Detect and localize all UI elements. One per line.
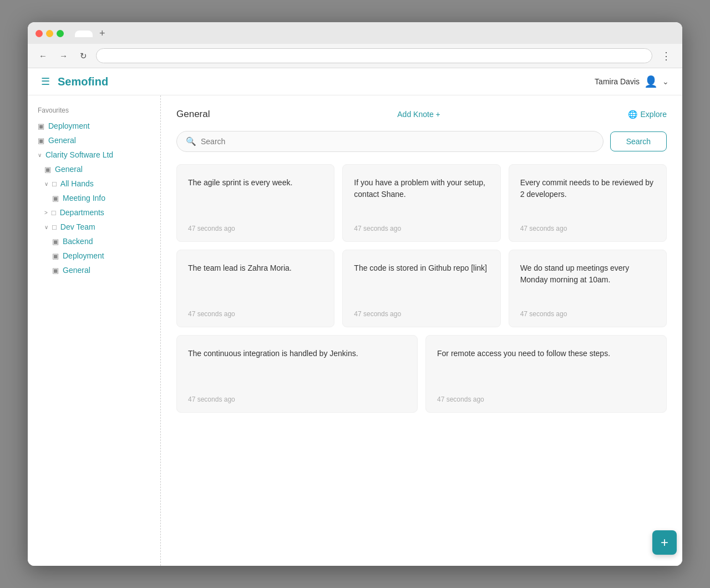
sidebar-item-deployment-sub[interactable]: ▣ Deployment — [28, 249, 160, 263]
fab-add-button[interactable]: + — [652, 530, 677, 555]
explore-label: Explore — [641, 110, 667, 119]
chevron-down-icon: ∨ — [44, 224, 48, 230]
back-button[interactable]: ← — [36, 50, 50, 62]
sidebar-item-allhands[interactable]: ∨ □ All Hands — [28, 176, 160, 191]
sidebar-item-clarity[interactable]: ∨ Clarity Software Ltd — [28, 148, 160, 162]
card-time: 47 seconds ago — [354, 225, 489, 232]
card-text: The continuous integration is handled by… — [188, 348, 406, 387]
search-icon: 🔍 — [186, 136, 196, 146]
card-bottom-0[interactable]: The continuous integration is handled by… — [176, 335, 418, 413]
app-body: Favourites ▣ Deployment ▣ General ∨ Clar… — [28, 95, 682, 566]
search-input[interactable] — [201, 137, 594, 146]
main-header: General Add Knote + 🌐 Explore — [176, 109, 667, 120]
user-icon-button[interactable]: 👤 — [644, 75, 658, 88]
sidebar-item-meeting-info[interactable]: ▣ Meeting Info — [28, 191, 160, 205]
add-knote-button[interactable]: Add Knote + — [397, 110, 440, 119]
address-bar[interactable] — [96, 48, 652, 63]
sidebar: Favourites ▣ Deployment ▣ General ∨ Clar… — [28, 95, 161, 566]
new-tab-button[interactable]: + — [97, 28, 108, 39]
card-text: If you have a problem with your setup, c… — [354, 177, 489, 216]
sidebar-item-general[interactable]: ▣ General — [28, 133, 160, 148]
folder-icon: □ — [52, 180, 57, 188]
cards-grid: The agile sprint is every week. 47 secon… — [176, 164, 667, 327]
sidebar-item-general-sub[interactable]: ▣ General — [28, 162, 160, 176]
close-traffic-light[interactable] — [36, 30, 43, 37]
sidebar-item-label: Deployment — [48, 121, 90, 130]
sidebar-item-label: Meeting Info — [63, 194, 105, 202]
card-time: 47 seconds ago — [437, 396, 655, 403]
forward-button[interactable]: → — [56, 50, 71, 62]
sidebar-item-label: General — [63, 266, 90, 275]
chevron-down-icon: ∨ — [44, 181, 48, 187]
chevron-down-icon: ∨ — [38, 152, 42, 158]
sidebar-item-devteam[interactable]: ∨ □ Dev Team — [28, 220, 160, 234]
sidebar-item-label: General — [48, 136, 76, 145]
chevron-right-icon: > — [44, 210, 48, 216]
sidebar-item-label: Dev Team — [60, 222, 95, 231]
card-text: The agile sprint is every week. — [188, 177, 323, 216]
sidebar-item-backend[interactable]: ▣ Backend — [28, 234, 160, 249]
search-button[interactable]: Search — [610, 131, 667, 151]
card-2[interactable]: Every commit needs to be reviewed by 2 d… — [509, 164, 667, 242]
page-icon: ▣ — [52, 252, 59, 260]
hamburger-icon: ☰ — [41, 76, 50, 87]
folder-icon: □ — [52, 209, 56, 217]
folder-icon: □ — [52, 223, 57, 231]
card-time: 47 seconds ago — [188, 310, 323, 318]
sidebar-item-label: All Hands — [60, 179, 94, 188]
add-knote-label: Add Knote + — [397, 110, 440, 119]
card-3[interactable]: The team lead is Zahra Moria. 47 seconds… — [176, 250, 334, 327]
page-icon: ▣ — [52, 266, 59, 275]
minimize-traffic-light[interactable] — [46, 30, 53, 37]
card-time: 47 seconds ago — [520, 310, 655, 318]
browser-menu-button[interactable]: ⋮ — [658, 49, 674, 63]
search-input-wrap[interactable]: 🔍 — [176, 131, 604, 152]
page-icon: ▣ — [38, 122, 44, 130]
refresh-button[interactable]: ↻ — [77, 50, 90, 62]
page-icon: ▣ — [52, 237, 59, 246]
card-1[interactable]: If you have a problem with your setup, c… — [342, 164, 500, 242]
app-header: ☰ Semofind Tamira Davis 👤 ⌄ — [28, 68, 682, 95]
browser-tab[interactable] — [75, 31, 93, 37]
card-time: 47 seconds ago — [354, 310, 489, 318]
card-0[interactable]: The agile sprint is every week. 47 secon… — [176, 164, 334, 242]
card-bottom-1[interactable]: For remote access you need to follow the… — [425, 335, 667, 413]
main-content: General Add Knote + 🌐 Explore 🔍 Search — [161, 95, 682, 566]
search-row: 🔍 Search — [176, 131, 667, 152]
sidebar-item-label: Deployment — [63, 251, 104, 260]
card-text: Every commit needs to be reviewed by 2 d… — [520, 177, 655, 216]
page-icon: ▣ — [44, 165, 51, 174]
page-icon: ▣ — [38, 136, 44, 145]
favourites-label: Favourites — [28, 107, 160, 119]
card-text: We do stand up meetings every Monday mor… — [520, 262, 655, 301]
page-icon: ▣ — [52, 194, 59, 202]
card-time: 47 seconds ago — [188, 225, 323, 232]
sidebar-item-departments[interactable]: > □ Departments — [28, 205, 160, 220]
card-text: The code is stored in Github repo [link] — [354, 262, 489, 301]
app-logo: Semofind — [58, 75, 108, 88]
sidebar-item-label: Backend — [63, 237, 93, 246]
card-5[interactable]: We do stand up meetings every Monday mor… — [509, 250, 667, 327]
hamburger-menu-button[interactable]: ☰ — [41, 75, 50, 88]
page-title: General — [176, 109, 210, 120]
sidebar-item-deployment[interactable]: ▣ Deployment — [28, 119, 160, 133]
card-text: For remote access you need to follow the… — [437, 348, 655, 387]
sidebar-item-label: Clarity Software Ltd — [45, 150, 113, 159]
user-icon: 👤 — [644, 75, 658, 88]
sidebar-item-label: Departments — [60, 208, 104, 217]
cards-bottom-row: The continuous integration is handled by… — [176, 335, 667, 413]
explore-button[interactable]: 🌐 Explore — [628, 110, 667, 119]
sidebar-item-label: General — [55, 165, 83, 174]
card-4[interactable]: The code is stored in Github repo [link]… — [342, 250, 500, 327]
maximize-traffic-light[interactable] — [57, 30, 64, 37]
sidebar-item-general-sub2[interactable]: ▣ General — [28, 263, 160, 277]
card-time: 47 seconds ago — [520, 225, 655, 232]
user-name: Tamira Davis — [595, 77, 640, 86]
card-text: The team lead is Zahra Moria. — [188, 262, 323, 301]
user-menu-chevron[interactable]: ⌄ — [662, 77, 669, 86]
globe-icon: 🌐 — [628, 110, 637, 119]
card-time: 47 seconds ago — [188, 396, 406, 403]
